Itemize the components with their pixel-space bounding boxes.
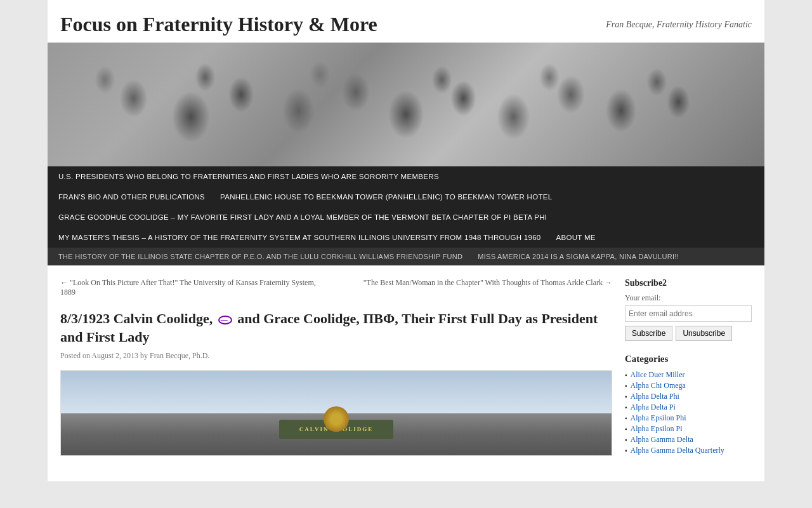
category-link[interactable]: Alpha Epsilon Pi: [631, 424, 683, 434]
list-item: Alpha Gamma Delta Quarterly: [625, 445, 752, 456]
subscribe-button[interactable]: Subscribe: [625, 326, 672, 341]
subscribe-label: Your email:: [625, 293, 752, 303]
nav-item-presidents[interactable]: U.S. PRESIDENTS WHO BELONG TO FRATERNITI…: [51, 166, 447, 187]
nav-item-about[interactable]: ABOUT ME: [549, 227, 603, 248]
site-title: Focus on Fraternity History & More: [60, 13, 377, 36]
categories-widget: Categories Alice Duer Miller Alpha Chi O…: [625, 354, 752, 456]
post-title: 8/3/1923 Calvin Coolidge, and Grace Cool…: [60, 310, 612, 346]
site-tagline: Fran Becque, Fraternity History Fanatic: [606, 20, 752, 30]
list-item: Alpha Delta Phi: [625, 391, 752, 402]
list-item: Alpha Epsilon Pi: [625, 424, 752, 434]
nav-item-grace[interactable]: GRACE GOODHUE COOLIDGE – MY FAVORITE FIR…: [51, 207, 554, 227]
next-post-link[interactable]: "The Best Man/Woman in the Chapter" With…: [363, 278, 612, 297]
nav-item-panhellenic[interactable]: PANHELLENIC HOUSE TO BEEKMAN TOWER (PANH…: [213, 187, 560, 207]
list-item: Alpha Epsilon Phi: [625, 413, 752, 424]
nav-item-bio[interactable]: FRAN'S BIO AND OTHER PUBLICATIONS: [51, 187, 213, 207]
category-list: Alice Duer Miller Alpha Chi Omega Alpha …: [625, 370, 752, 456]
category-link[interactable]: Alpha Gamma Delta Quarterly: [631, 446, 724, 455]
list-item: Alpha Gamma Delta: [625, 434, 752, 445]
category-link[interactable]: Alpha Gamma Delta: [631, 435, 693, 444]
post-navigation: ← "Look On This Picture After That!" The…: [60, 278, 612, 297]
post-title-part1: 8/3/1923 Calvin Coolidge,: [60, 311, 216, 326]
category-link[interactable]: Alpha Epsilon Phi: [631, 413, 686, 423]
list-item: Alpha Delta Pi: [625, 402, 752, 413]
posted-on-label: Posted on: [60, 351, 90, 360]
nav-item-peo[interactable]: The History of the Illinois State Chapte…: [51, 248, 470, 265]
header-image: [48, 43, 764, 166]
nav-item-thesis[interactable]: MY MASTER'S THESIS – A HISTORY OF THE FR…: [51, 227, 549, 248]
author-link[interactable]: Fran Becque, Ph.D.: [150, 351, 209, 360]
category-link[interactable]: Alpha Chi Omega: [631, 381, 686, 391]
category-link[interactable]: Alice Duer Miller: [631, 370, 685, 380]
category-link[interactable]: Alpha Delta Phi: [631, 392, 679, 401]
by-label: by: [140, 351, 150, 360]
list-item: Alice Duer Miller: [625, 370, 752, 380]
navigation: U.S. PRESIDENTS WHO BELONG TO FRATERNITI…: [48, 166, 764, 265]
nav-item-sigma-kappa[interactable]: Miss America 2014 Is a Sigma Kappa, Nina…: [470, 248, 686, 265]
fraternity-icon: [218, 316, 232, 324]
categories-title: Categories: [625, 354, 752, 364]
post-meta: Posted on August 2, 2013 by Fran Becque,…: [60, 351, 612, 361]
subscribe-widget: Subscribe2 Your email: Subscribe Unsubsc…: [625, 278, 752, 341]
prev-post-link[interactable]: ← "Look On This Picture After That!" The…: [60, 278, 325, 297]
subscribe-title: Subscribe2: [625, 278, 752, 288]
post-date-link[interactable]: August 2, 2013: [91, 351, 138, 360]
email-input[interactable]: [625, 305, 752, 322]
list-item: Alpha Chi Omega: [625, 380, 752, 391]
category-link[interactable]: Alpha Delta Pi: [631, 403, 676, 412]
post-featured-image: CALVIN COOLIDGE: [60, 370, 612, 456]
unsubscribe-button[interactable]: Unsubscribe: [676, 326, 732, 341]
